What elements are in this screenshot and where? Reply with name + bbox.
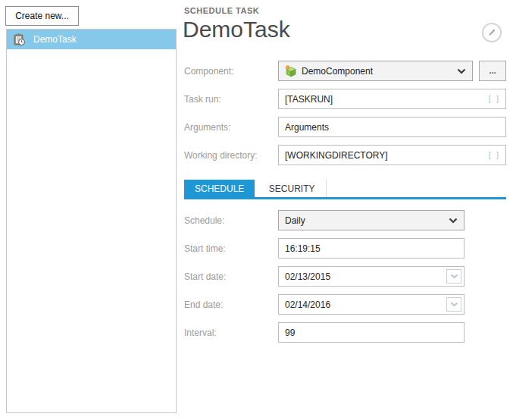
task-list-panel: DemoTask xyxy=(6,29,177,413)
end-date-dropdown-button[interactable] xyxy=(446,297,461,312)
interval-label: Interval: xyxy=(184,328,278,338)
working-directory-input[interactable] xyxy=(278,145,506,165)
component-icon xyxy=(285,65,297,77)
start-time-input[interactable] xyxy=(278,238,465,259)
browse-component-button[interactable]: ... xyxy=(479,61,506,81)
schedule-label: Schedule: xyxy=(184,215,278,226)
interval-row: Interval: xyxy=(184,322,465,343)
end-date-label: End date: xyxy=(184,299,278,310)
detail-tabs: SCHEDULE SECURITY xyxy=(184,180,506,199)
schedule-dropdown[interactable]: Daily xyxy=(278,210,465,230)
schedule-value: Daily xyxy=(285,215,305,226)
start-time-row: Start time: xyxy=(184,238,465,259)
create-new-button[interactable]: Create new... xyxy=(5,6,79,26)
chevron-down-icon xyxy=(450,274,458,279)
schedule-task-window: Create new... DemoTask SCHEDULE TASK Dem… xyxy=(0,0,513,420)
start-date-row: Start date: xyxy=(184,266,465,287)
task-run-label: Task run: xyxy=(184,94,278,105)
chevron-down-icon xyxy=(457,68,466,74)
task-run-row: Task run: [ ] xyxy=(184,89,506,109)
chevron-down-icon xyxy=(449,218,458,224)
component-value: DemoComponent xyxy=(302,66,373,77)
start-date-input[interactable] xyxy=(278,266,465,287)
scheduled-task-icon xyxy=(13,33,26,46)
tab-security[interactable]: SECURITY xyxy=(258,180,327,197)
arguments-row: Arguments: xyxy=(184,117,506,137)
working-directory-row: Working directory: [ ] xyxy=(184,145,506,165)
start-date-label: Start date: xyxy=(184,271,278,282)
schedule-row: Schedule: Daily xyxy=(184,210,465,230)
arguments-input[interactable] xyxy=(278,117,506,137)
working-directory-label: Working directory: xyxy=(184,150,278,161)
task-list-item-label: DemoTask xyxy=(33,34,77,45)
interval-input[interactable] xyxy=(278,322,465,343)
arguments-label: Arguments: xyxy=(184,122,278,133)
end-date-row: End date: xyxy=(184,294,465,315)
task-list-item[interactable]: DemoTask xyxy=(7,30,176,49)
pencil-icon xyxy=(487,28,496,37)
chevron-down-icon xyxy=(450,302,458,307)
tab-schedule[interactable]: SCHEDULE xyxy=(184,180,255,197)
page-title: DemoTask xyxy=(183,17,290,42)
edit-title-button[interactable] xyxy=(482,23,502,42)
component-dropdown[interactable]: DemoComponent xyxy=(278,61,473,81)
component-row: Component: DemoComponent ... xyxy=(184,61,506,81)
start-time-label: Start time: xyxy=(184,243,278,254)
start-date-dropdown-button[interactable] xyxy=(446,269,461,284)
component-label: Component: xyxy=(184,66,278,77)
end-date-input[interactable] xyxy=(278,294,465,315)
page-kicker: SCHEDULE TASK xyxy=(184,6,259,15)
task-run-input[interactable] xyxy=(278,89,506,109)
